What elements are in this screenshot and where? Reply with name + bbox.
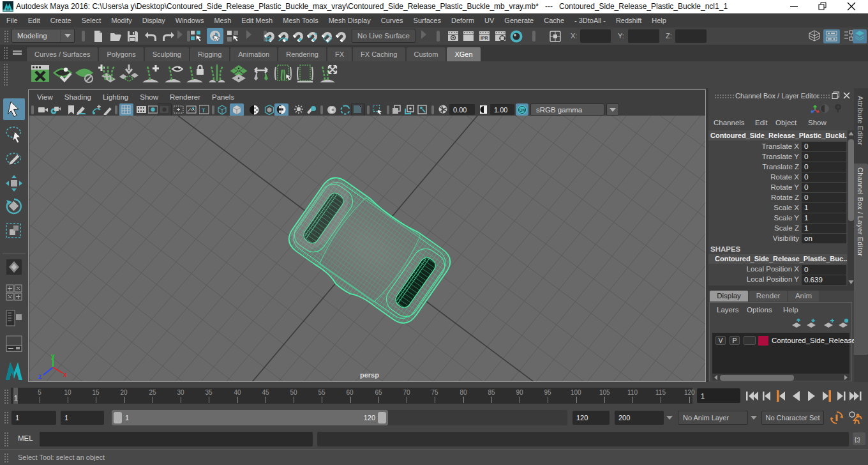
- svg-text:T: T: [202, 107, 206, 114]
- svg-text:IPR: IPR: [481, 36, 488, 40]
- svg-text:x: x: [63, 371, 67, 378]
- svg-text:ON: ON: [519, 108, 525, 112]
- svg-text:y: y: [51, 353, 55, 360]
- svg-text:{;}: {;}: [855, 436, 860, 443]
- svg-text:z: z: [38, 373, 41, 380]
